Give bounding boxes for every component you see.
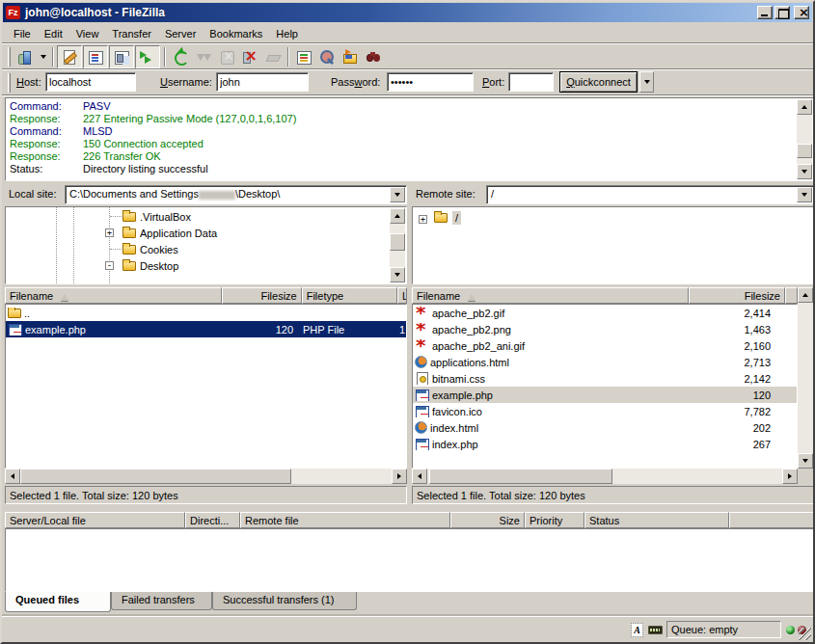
tree-expander[interactable]: + [419, 215, 427, 224]
scroll-up-button[interactable] [797, 99, 812, 115]
tree-item-cookies[interactable]: Cookies [6, 241, 391, 257]
scroll-left-button[interactable] [412, 469, 427, 484]
menu-view[interactable]: View [69, 26, 106, 41]
directory-filters-button[interactable] [292, 45, 315, 68]
remote-horizontal-scrollbar[interactable] [412, 469, 798, 484]
column-header-server-local-file[interactable]: Server/Local file [5, 512, 185, 528]
status-bar: Queue: empty [2, 616, 813, 642]
toolbar-grip[interactable] [8, 47, 11, 67]
remote-site-combo[interactable]: / [486, 185, 814, 204]
tree-expander[interactable]: - [105, 261, 114, 270]
toggle-local-tree-button[interactable] [83, 45, 108, 68]
file-row-selected[interactable]: example.php 120 PHP File 1 [6, 321, 406, 337]
menu-file[interactable]: File [7, 26, 38, 41]
scroll-left-button[interactable] [5, 469, 20, 484]
quickconnect-button[interactable]: Quickconnect [559, 71, 638, 93]
menu-help[interactable]: Help [269, 26, 305, 41]
scroll-up-button[interactable] [798, 287, 813, 303]
column-header-remote-file[interactable]: Remote file [240, 512, 450, 528]
column-header-direction[interactable]: Directi... [185, 512, 240, 528]
tree-expander[interactable]: + [105, 228, 114, 237]
scroll-right-button[interactable] [782, 469, 798, 484]
column-header-size[interactable]: Size [450, 512, 525, 528]
reconnect-icon [265, 49, 281, 65]
remote-file-list[interactable]: apache_pb2.gif 2,414 apache_pb2.png 1,46… [412, 304, 798, 469]
toggle-remote-tree-button[interactable] [109, 45, 134, 68]
port-input[interactable] [508, 72, 554, 92]
scrollbar-thumb[interactable] [20, 469, 291, 484]
column-header-filesize[interactable]: Filesize [689, 287, 785, 304]
synchronized-browsing-button[interactable] [339, 45, 362, 68]
menu-server[interactable]: Server [158, 26, 203, 41]
password-input[interactable] [387, 72, 474, 92]
host-input[interactable] [45, 72, 136, 92]
remote-vertical-scrollbar[interactable] [798, 287, 813, 469]
file-row[interactable]: index.php 267 [413, 436, 797, 452]
tab-successful-transfers[interactable]: Successful transfers (1) [212, 592, 357, 610]
menu-bookmarks[interactable]: Bookmarks [203, 26, 269, 41]
scroll-down-button[interactable] [798, 453, 813, 469]
tab-queued-files[interactable]: Queued files [5, 592, 111, 612]
quickconnect-dropdown-button[interactable] [639, 71, 654, 93]
maximize-button[interactable] [774, 6, 790, 19]
column-header-lastmodified[interactable]: L [397, 287, 407, 304]
file-row[interactable]: apache_pb2_ani.gif 2,160 [413, 337, 797, 354]
log-scrollbar[interactable] [797, 99, 812, 179]
file-row[interactable]: apache_pb2.gif 2,414 [413, 305, 797, 321]
combo-dropdown-button[interactable] [797, 187, 812, 202]
message-log[interactable]: Command:PASV Response:227 Entering Passi… [5, 97, 814, 181]
column-header-priority[interactable]: Priority [525, 512, 584, 528]
scroll-down-button[interactable] [797, 164, 812, 179]
local-horizontal-scrollbar[interactable] [5, 469, 407, 484]
title-bar: john@localhost - FileZilla [3, 3, 812, 22]
file-row[interactable]: applications.html 2,713 [413, 354, 797, 370]
scrollbar-thumb[interactable] [390, 233, 405, 251]
resize-grip[interactable] [799, 628, 811, 640]
toggle-transfer-queue-button[interactable] [135, 45, 160, 68]
local-file-list[interactable]: .. example.php 120 PHP File 1 [5, 304, 407, 469]
column-header-filetype[interactable]: Filetype [302, 287, 397, 304]
file-row-parent[interactable]: .. [6, 305, 406, 321]
scroll-down-button[interactable] [390, 267, 405, 282]
find-files-button[interactable] [362, 45, 385, 68]
column-header-status[interactable]: Status [584, 512, 729, 528]
filezilla-logo-icon [6, 6, 20, 19]
scroll-right-button[interactable] [392, 469, 407, 484]
column-header-filesize[interactable]: Filesize [222, 287, 301, 304]
disconnect-button[interactable] [238, 45, 261, 68]
local-tree-scrollbar[interactable] [390, 208, 405, 282]
scrollbar-thumb[interactable] [429, 469, 612, 484]
file-row[interactable]: bitnami.css 2,142 [413, 370, 797, 387]
site-manager-dropdown-button[interactable] [37, 45, 49, 68]
file-row[interactable]: index.html 202 [413, 419, 797, 436]
toggle-message-log-button[interactable] [57, 45, 82, 68]
transfer-queue-list[interactable] [5, 528, 814, 592]
scrollbar-thumb[interactable] [797, 144, 812, 158]
file-row[interactable]: favicon.ico 7,782 [413, 403, 797, 419]
file-row[interactable]: apache_pb2.png 1,463 [413, 321, 797, 337]
username-input[interactable] [216, 72, 309, 92]
compare-directories-button[interactable] [315, 45, 339, 68]
tree-item-desktop[interactable]: - Desktop [6, 257, 391, 274]
tree-item-application-data[interactable]: + Application Data [6, 225, 391, 241]
combo-dropdown-button[interactable] [390, 187, 405, 202]
site-manager-button[interactable] [14, 45, 37, 68]
minimize-button[interactable] [757, 6, 773, 19]
local-directory-tree[interactable]: .VirtualBox + Application Data Cookies -… [5, 206, 407, 284]
column-header-filename[interactable]: Filename [412, 287, 689, 304]
tree-item-virtualbox[interactable]: .VirtualBox [6, 208, 391, 225]
column-header-filename[interactable]: Filename [5, 287, 222, 304]
toolbar-grip[interactable] [8, 73, 11, 93]
close-button[interactable] [794, 6, 809, 19]
tree-item-root[interactable]: + / [413, 209, 813, 226]
scroll-up-button[interactable] [390, 208, 405, 224]
tab-failed-transfers[interactable]: Failed transfers [111, 592, 212, 610]
speed-limit-icon[interactable] [648, 626, 663, 634]
ascii-data-type-icon[interactable] [631, 623, 643, 637]
refresh-button[interactable] [169, 45, 192, 68]
file-row-selected[interactable]: example.php 120 [413, 387, 797, 403]
remote-directory-tree[interactable]: + / [412, 206, 814, 284]
menu-edit[interactable]: Edit [38, 26, 69, 41]
menu-transfer[interactable]: Transfer [105, 26, 158, 41]
local-site-combo[interactable]: C:\Documents and Settings\Desktop\ [65, 185, 407, 204]
